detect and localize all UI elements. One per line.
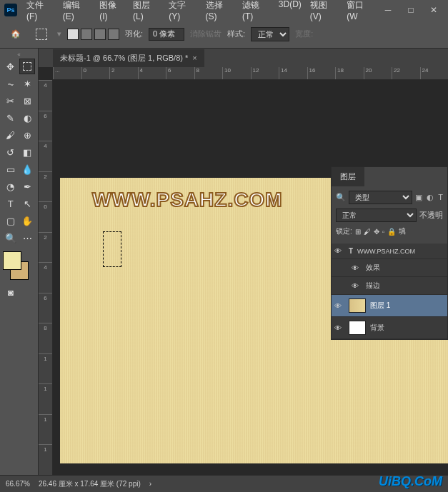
eraser-tool[interactable]: ◧ <box>20 144 36 160</box>
ruler-vertical: 4642024681111 <box>39 80 53 475</box>
layers-panel[interactable]: 图层 🔍 类型 ▣ ◐ T 正常 不透明 锁定: ⊞ 🖌 ✥ ▫ 🔒 填 👁 <box>331 166 448 340</box>
style-select[interactable]: 正常 <box>251 27 289 41</box>
pen-tool[interactable]: ✒ <box>20 179 36 194</box>
layer-filter-select[interactable]: 类型 <box>349 191 412 204</box>
blend-mode-select[interactable]: 正常 <box>336 209 417 222</box>
filter-type-icon[interactable]: T <box>438 193 443 202</box>
zoom-level[interactable]: 66.67% <box>6 480 30 488</box>
crop-tool[interactable]: ✂ <box>3 93 19 109</box>
menu-window[interactable]: 窗口(W <box>343 0 378 24</box>
zoom-tool[interactable]: 🔍 <box>3 230 19 246</box>
marquee-tool-indicator[interactable] <box>31 24 51 44</box>
options-bar: 🏠 ▾ 羽化: 消除锯齿 样式: 正常 宽度: <box>0 20 448 49</box>
maximize-button[interactable]: □ <box>401 3 421 17</box>
move-tool[interactable]: ✥ <box>3 59 18 74</box>
chevron-right-icon[interactable]: › <box>149 480 151 488</box>
dodge-tool[interactable]: ◔ <box>3 179 19 194</box>
hand-tool[interactable]: ✋ <box>20 213 36 229</box>
lock-artboard-icon[interactable]: ▫ <box>382 228 385 236</box>
lock-all-icon[interactable]: ⊞ <box>355 228 361 236</box>
lasso-tool[interactable]: ⏦ <box>3 76 19 91</box>
filter-adjust-icon[interactable]: ◐ <box>427 193 434 202</box>
window-controls: ─ □ ✕ <box>378 3 444 17</box>
menu-3d[interactable]: 3D(D) <box>275 0 305 24</box>
lock-position-icon[interactable]: ✥ <box>374 228 379 236</box>
clone-tool[interactable]: ⊕ <box>20 127 36 143</box>
lock-pixels-icon[interactable]: 🖌 <box>364 228 371 236</box>
history-brush-tool[interactable]: ↺ <box>3 144 19 160</box>
subtract-selection-icon[interactable] <box>94 29 106 40</box>
selection-mode-buttons[interactable] <box>67 29 119 40</box>
document-tab[interactable]: 未标题-1 @ 66.7% (图层 1, RGB/8) * × <box>53 49 204 67</box>
style-label: 样式: <box>227 29 245 39</box>
home-button[interactable]: 🏠 <box>6 24 26 44</box>
marquee-tool[interactable] <box>19 59 35 74</box>
selection-marquee <box>103 231 121 267</box>
feather-input[interactable] <box>149 28 184 41</box>
new-selection-icon[interactable] <box>67 29 79 40</box>
menu-type[interactable]: 文字(Y) <box>165 0 200 24</box>
visibility-toggle[interactable]: 👁 <box>352 282 362 290</box>
layer-name: WWW.PSAHZ.COM <box>357 248 415 255</box>
app-logo: Ps <box>4 4 17 16</box>
tab-close-icon[interactable]: × <box>192 54 196 62</box>
watermark: UiBQ.CoM <box>379 474 442 489</box>
menubar: 文件(F) 编辑(E) 图像(I) 图层(L) 文字(Y) 选择(S) 滤镜(T… <box>23 0 378 24</box>
blur-tool[interactable]: 💧 <box>20 161 36 177</box>
feather-label: 羽化: <box>125 29 143 39</box>
add-selection-icon[interactable] <box>81 29 92 40</box>
color-swatches[interactable] <box>3 251 31 280</box>
layers-panel-tab[interactable]: 图层 <box>332 167 364 186</box>
width-label: 宽度: <box>295 29 313 39</box>
opacity-label: 不透明 <box>419 210 443 221</box>
antialias-label: 消除锯齿 <box>190 29 221 39</box>
type-layer-icon: T <box>349 247 353 255</box>
menu-select[interactable]: 选择(S) <box>202 0 237 24</box>
heal-tool[interactable]: ◐ <box>20 110 36 126</box>
type-tool[interactable]: T <box>3 196 19 211</box>
menu-file[interactable]: 文件(F) <box>23 0 58 24</box>
fill-label: 填 <box>399 226 406 236</box>
menu-image[interactable]: 图像(I) <box>96 0 128 24</box>
foreground-color[interactable] <box>3 251 21 270</box>
menu-filter[interactable]: 滤镜(T) <box>239 0 274 24</box>
layer-name: 图层 1 <box>370 301 390 311</box>
visibility-toggle[interactable]: 👁 <box>334 324 344 332</box>
layer-list: 👁 T WWW.PSAHZ.COM 👁 效果 👁 描边 👁 图层 1 👁 背景 <box>332 244 447 339</box>
gradient-tool[interactable]: ▭ <box>3 161 19 177</box>
path-select-tool[interactable]: ↖ <box>20 196 36 211</box>
layer-fx-stroke[interactable]: 👁 描边 <box>332 277 447 295</box>
minimize-button[interactable]: ─ <box>378 3 398 17</box>
frame-tool[interactable]: ⊠ <box>20 93 36 109</box>
toolbox-collapse[interactable]: « <box>3 51 35 59</box>
intersect-selection-icon[interactable] <box>108 29 119 40</box>
layer-fx-group[interactable]: 👁 效果 <box>332 259 447 277</box>
document-tab-title: 未标题-1 @ 66.7% (图层 1, RGB/8) * <box>60 53 188 64</box>
eyedropper-tool[interactable]: ✎ <box>3 110 19 126</box>
menu-layer[interactable]: 图层(L) <box>129 0 164 24</box>
lock-icon[interactable]: 🔒 <box>387 228 396 236</box>
filter-pixel-icon[interactable]: ▣ <box>415 193 422 202</box>
close-button[interactable]: ✕ <box>424 3 444 17</box>
titlebar: Ps 文件(F) 编辑(E) 图像(I) 图层(L) 文字(Y) 选择(S) 滤… <box>0 0 448 20</box>
menu-edit[interactable]: 编辑(E) <box>59 0 94 24</box>
brush-tool[interactable]: 🖌 <box>3 127 19 143</box>
layer-item-background[interactable]: 👁 背景 <box>332 317 447 339</box>
visibility-toggle[interactable]: 👁 <box>334 247 344 255</box>
menu-view[interactable]: 视图(V) <box>307 0 342 24</box>
layer-item-text[interactable]: 👁 T WWW.PSAHZ.COM <box>332 244 447 259</box>
quickmask-button[interactable]: ◙ <box>3 284 19 300</box>
magic-wand-tool[interactable]: ✶ <box>20 76 36 91</box>
edit-toolbar[interactable]: ⋯ <box>20 230 36 246</box>
toolbox: « ✥ ⏦✶ ✂⊠ ✎◐ 🖌⊕ ↺◧ ▭💧 ◔✒ T↖ ▢✋ 🔍⋯ ◙ <box>0 49 39 475</box>
shape-tool[interactable]: ▢ <box>3 213 19 229</box>
visibility-toggle[interactable]: 👁 <box>352 264 362 272</box>
visibility-toggle[interactable]: 👁 <box>334 302 344 310</box>
search-icon[interactable]: 🔍 <box>336 193 346 202</box>
layer-item-1[interactable]: 👁 图层 1 <box>332 295 447 317</box>
document-dimensions[interactable]: 26.46 厘米 x 17.64 厘米 (72 ppi) <box>39 479 141 489</box>
fx-label: 效果 <box>366 263 380 273</box>
layer-thumbnail[interactable] <box>349 298 366 313</box>
layer-thumbnail[interactable] <box>349 321 366 335</box>
layer-name: 背景 <box>370 323 384 333</box>
